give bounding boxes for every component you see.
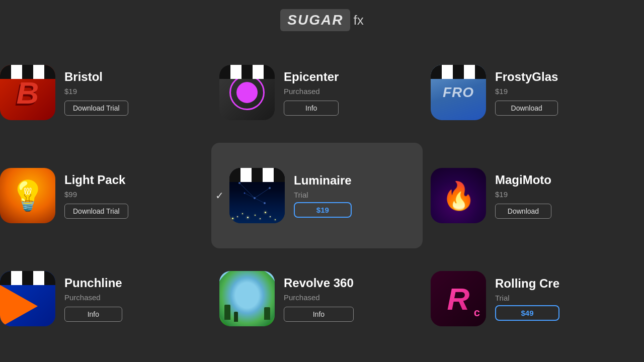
magimoto-status: $19 bbox=[495, 190, 551, 199]
clapper-stripe bbox=[11, 271, 22, 285]
clapper-stripe bbox=[22, 271, 33, 285]
app-icon-revolve360 bbox=[219, 271, 275, 326]
magimoto-download-button[interactable]: Download bbox=[495, 204, 551, 219]
lightpack-download-trial-button[interactable]: Download Trial bbox=[64, 204, 128, 219]
light-dot bbox=[232, 218, 233, 219]
lightpack-bulb: 💡 bbox=[10, 178, 46, 213]
logo-sugar: SUGAR bbox=[280, 9, 350, 31]
epicenter-name: Epicenter bbox=[284, 70, 339, 84]
luminaire-info: Luminaire Trial $19 bbox=[294, 173, 352, 218]
clapper-stripe bbox=[464, 65, 475, 79]
revolve360-name: Revolve 360 bbox=[284, 276, 354, 290]
product-card-luminaire: ✓ bbox=[211, 143, 423, 248]
svg-point-6 bbox=[244, 193, 246, 194]
logo-fx: fx bbox=[353, 13, 363, 28]
punchline-arrow bbox=[0, 284, 38, 326]
clapper-stripe bbox=[33, 271, 44, 285]
luminaire-price-button[interactable]: $19 bbox=[294, 202, 352, 218]
clapper-stripe bbox=[240, 168, 252, 182]
product-card-bristol: B Bristol $19 Download Trial bbox=[0, 42, 211, 143]
rollingcre-price-button[interactable]: $49 bbox=[495, 305, 559, 321]
clapper-stripe bbox=[453, 65, 464, 79]
app-icon-punchline bbox=[0, 271, 55, 326]
luminaire-checkmark: ✓ bbox=[215, 190, 224, 202]
magimoto-flame-icon: 🔥 bbox=[442, 180, 475, 212]
bristol-letter: B bbox=[17, 75, 39, 111]
rolling-r-letter: R bbox=[447, 281, 470, 317]
rollingcre-status: Trial bbox=[495, 294, 559, 302]
revolve360-info: Revolve 360 Purchased Info bbox=[284, 276, 354, 322]
clapper-stripe bbox=[0, 271, 11, 285]
app-icon-rollingcre: R c bbox=[431, 271, 486, 326]
frostyglas-text: FRO bbox=[443, 84, 474, 101]
product-card-epicenter: Epicenter Purchased Info bbox=[211, 42, 423, 143]
epicenter-status: Purchased bbox=[284, 87, 339, 96]
svg-point-4 bbox=[254, 197, 256, 199]
clapper-frostyglas bbox=[431, 65, 486, 79]
product-card-punchline: Punchline Purchased Info bbox=[0, 248, 211, 349]
light-dot bbox=[247, 217, 249, 218]
clapper-stripe bbox=[242, 65, 253, 79]
rolling-c-letter: c bbox=[474, 306, 480, 319]
logo: SUGAR fx bbox=[280, 9, 363, 31]
clapper-stripe bbox=[253, 65, 264, 79]
lightpack-info: Light Pack $99 Download Trial bbox=[64, 173, 128, 219]
app-icon-epicenter bbox=[219, 65, 275, 120]
punchline-info: Punchline Purchased Info bbox=[64, 276, 122, 322]
product-card-revolve360: Revolve 360 Purchased Info bbox=[211, 248, 423, 349]
rollingcre-info: Rolling Cre Trial $49 bbox=[495, 277, 559, 321]
luminaire-status: Trial bbox=[294, 191, 352, 199]
product-card-frostyglas: FRO FrostyGlas $19 Download bbox=[423, 42, 644, 143]
clapper-luminaire bbox=[229, 168, 285, 182]
product-card-lightpack: 💡 Light Pack $99 Download Trial bbox=[0, 143, 211, 248]
punchline-info-button[interactable]: Info bbox=[64, 307, 122, 322]
clapper-stripe bbox=[44, 65, 55, 79]
clapper-stripe bbox=[0, 65, 11, 79]
lightpack-status: $99 bbox=[64, 190, 128, 199]
bristol-name: Bristol bbox=[64, 70, 128, 84]
clapper-epicenter bbox=[219, 65, 275, 79]
epicenter-ring bbox=[229, 75, 265, 110]
frostyglas-name: FrostyGlas bbox=[495, 70, 558, 84]
tree bbox=[224, 305, 230, 320]
epicenter-center bbox=[236, 82, 258, 103]
product-card-rollingcre: R c Rolling Cre Trial $49 bbox=[423, 248, 644, 349]
clapper-stripe bbox=[431, 65, 442, 79]
clapper-stripe bbox=[264, 65, 275, 79]
bristol-download-trial-button[interactable]: Download Trial bbox=[64, 101, 128, 116]
punchline-status: Purchased bbox=[64, 293, 122, 302]
clapper-stripe bbox=[22, 65, 33, 79]
light-dot bbox=[275, 219, 276, 220]
app-icon-bristol: B bbox=[0, 65, 55, 120]
frostyglas-status: $19 bbox=[495, 87, 558, 96]
epicenter-info-button[interactable]: Info bbox=[284, 101, 339, 116]
luminaire-network bbox=[229, 178, 285, 217]
app-icon-luminaire bbox=[229, 168, 285, 223]
revolve-fisheye bbox=[219, 271, 275, 326]
app-header: SUGAR fx bbox=[0, 0, 644, 37]
revolve360-status: Purchased bbox=[284, 293, 354, 302]
app-icon-lightpack: 💡 bbox=[0, 168, 55, 223]
svg-point-3 bbox=[238, 182, 240, 184]
frostyglas-download-button[interactable]: Download bbox=[495, 101, 558, 116]
frostyglas-info: FrostyGlas $19 Download bbox=[495, 70, 558, 116]
punchline-name: Punchline bbox=[64, 276, 122, 290]
svg-line-1 bbox=[255, 188, 270, 198]
tree bbox=[264, 307, 270, 320]
clapper-stripe bbox=[11, 65, 22, 79]
bristol-info: Bristol $19 Download Trial bbox=[64, 70, 128, 116]
revolve360-info-button[interactable]: Info bbox=[284, 307, 354, 322]
app-icon-frostyglas: FRO bbox=[431, 65, 486, 120]
clapper-stripe bbox=[252, 168, 263, 182]
clapper-stripe bbox=[44, 271, 55, 285]
clapper-bristol bbox=[0, 65, 55, 79]
light-dot bbox=[260, 218, 261, 219]
clapper-stripe bbox=[263, 168, 274, 182]
products-grid: B Bristol $19 Download Trial bbox=[0, 42, 644, 349]
product-card-magimoto: 🔥 MagiMoto $19 Download bbox=[423, 143, 644, 248]
bristol-status: $19 bbox=[64, 87, 128, 96]
clapper-punchline bbox=[0, 271, 55, 285]
magimoto-info: MagiMoto $19 Download bbox=[495, 173, 551, 219]
clapper-stripe bbox=[475, 65, 486, 79]
clapper-stripe bbox=[33, 65, 44, 79]
